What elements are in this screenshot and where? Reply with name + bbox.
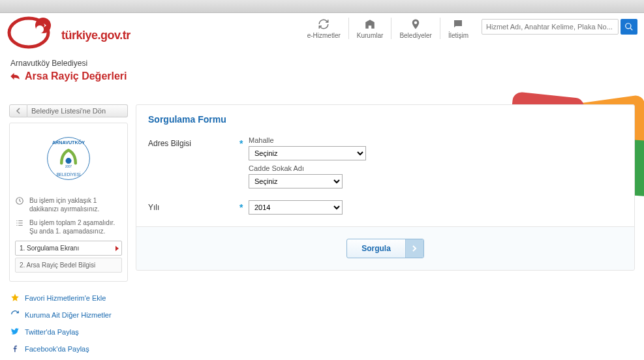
search-button[interactable] [621, 19, 637, 35]
twitter-icon [10, 327, 21, 337]
select-cadde[interactable]: Seçiniz [249, 174, 343, 188]
sidelink-label: Kuruma Ait Diğer Hizmetler [25, 311, 112, 319]
form-row-year: Yılı * 2014 [148, 200, 622, 215]
clock-icon [15, 196, 25, 213]
nav-label: Belediyeler [399, 32, 431, 39]
municipality-logo: ARNAVUTKÖY BELEDİYESİ 2007 [15, 130, 122, 191]
return-arrow-icon [9, 71, 21, 82]
sidelink-favori[interactable]: Favori Hizmetlerim'e Ekle [9, 290, 128, 307]
sidelink-label: Facebook'da Paylaş [25, 345, 89, 353]
site-name: türkiye.gov.tr [61, 29, 130, 42]
breadcrumb: Arnavutköy Belediyesi [10, 59, 635, 68]
map-pin-icon [409, 18, 422, 31]
search-icon [624, 22, 634, 31]
search-wrap [482, 19, 637, 35]
submit-label: Sorgula [347, 244, 405, 253]
back-bar[interactable]: Belediye Listesi'ne Dön [9, 104, 128, 117]
svg-text:2007: 2007 [65, 165, 72, 168]
sublabel-mahalle: Mahalle [249, 136, 622, 144]
select-mahalle[interactable]: Seçiniz [249, 146, 366, 160]
field-label-address: Adres Bilgisi [148, 136, 239, 148]
nav-belediyeler[interactable]: Belediyeler [391, 18, 440, 39]
back-label[interactable]: Belediye Listesi'ne Dön [27, 104, 128, 117]
sublabel-cadde: Cadde Sokak Adı [249, 164, 622, 172]
chat-icon [452, 18, 465, 31]
sidelink-kuruma[interactable]: Kuruma Ait Diğer Hizmetler [9, 307, 128, 323]
submit-button[interactable]: Sorgula [346, 239, 424, 258]
chevron-left-icon [15, 108, 22, 114]
building-icon [363, 18, 376, 31]
browser-chrome-bar [0, 0, 644, 13]
info-duration: Bu işlem için yaklaşık 1 dakikanızı ayır… [15, 196, 122, 213]
main-content: Sorgulama Formu Adres Bilgisi * Mahalle … [136, 104, 635, 357]
nav-kurumlar[interactable]: Kurumlar [349, 18, 392, 39]
sidebar-card: ARNAVUTKÖY BELEDİYESİ 2007 Bu işlem için… [9, 123, 128, 282]
info-text: Bu işlem için yaklaşık 1 dakikanızı ayır… [29, 196, 122, 213]
info-text: Bu işlem toplam 2 aşamalıdır. Şu anda 1.… [29, 218, 122, 235]
select-year[interactable]: 2014 [249, 200, 343, 215]
side-links: Favori Hizmetlerim'e Ekle Kuruma Ait Diğ… [9, 290, 128, 357]
svg-text:ARNAVUTKÖY: ARNAVUTKÖY [52, 140, 85, 145]
sidelink-twitter[interactable]: Twitter'da Paylaş [9, 323, 128, 340]
svg-text:BELEDİYESİ: BELEDİYESİ [57, 172, 81, 177]
chevron-right-icon [405, 239, 423, 258]
info-steps: Bu işlem toplam 2 aşamalıdır. Şu anda 1.… [15, 218, 122, 235]
step-item-1[interactable]: 1. Sorgulama Ekranı [15, 241, 122, 256]
site-logo[interactable]: türkiye.gov.tr [7, 16, 130, 49]
form-title: Sorgulama Formu [148, 114, 622, 125]
site-header: türkiye.gov.tr e-Hizmetler Kurumlar Bele… [0, 13, 644, 52]
submit-bar: Sorgula [136, 226, 634, 270]
nav-ehizmetler[interactable]: e-Hizmetler [299, 18, 349, 39]
required-marker: * [239, 200, 249, 213]
form-card: Sorgulama Formu Adres Bilgisi * Mahalle … [136, 104, 635, 271]
facebook-icon [10, 344, 21, 354]
sidebar: Belediye Listesi'ne Dön ARNAVUTKÖY BELED… [9, 104, 128, 357]
search-input[interactable] [482, 19, 619, 35]
back-button[interactable] [9, 104, 27, 117]
nav-label: İletişim [448, 32, 468, 39]
step-item-2[interactable]: 2. Arsa Rayiç Bedel Bilgisi [15, 258, 122, 273]
list-icon [15, 218, 25, 235]
e-devlet-logo-icon [7, 16, 64, 49]
sidelink-label: Twitter'da Paylaş [25, 328, 79, 336]
svg-point-5 [66, 158, 72, 164]
nav-label: e-Hizmetler [307, 32, 341, 39]
nav-label: Kurumlar [357, 32, 384, 39]
sidelink-label: Favori Hizmetlerim'e Ekle [25, 294, 106, 302]
form-row-address: Adres Bilgisi * Mahalle Seçiniz Cadde So… [148, 136, 622, 188]
nav-iletisim[interactable]: İletişim [440, 18, 476, 39]
star-icon [10, 293, 21, 303]
required-marker: * [239, 136, 249, 149]
steps-list: 1. Sorgulama Ekranı 2. Arsa Rayiç Bedel … [15, 241, 122, 273]
top-nav: e-Hizmetler Kurumlar Belediyeler İletişi… [299, 18, 476, 39]
services-icon [10, 310, 21, 320]
field-label-year: Yılı [148, 200, 239, 212]
sidelink-facebook[interactable]: Facebook'da Paylaş [9, 340, 128, 357]
page-title-row: Arsa Rayiç Değerleri [9, 70, 635, 82]
page-title: Arsa Rayiç Değerleri [25, 70, 127, 82]
refresh-icon [317, 18, 330, 31]
